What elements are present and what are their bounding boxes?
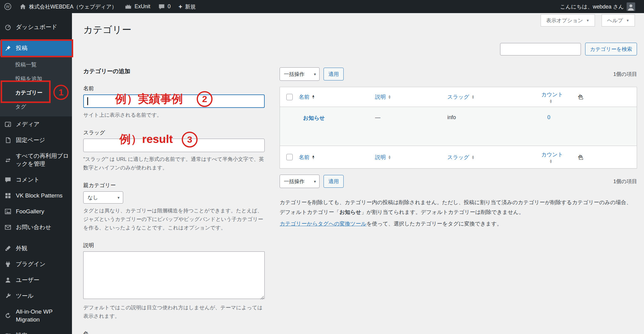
category-description-textarea[interactable] — [83, 251, 265, 299]
avatar — [627, 2, 635, 11]
column-footer-name[interactable]: 名前 ▲▼ — [299, 154, 375, 161]
sidebar-item-pages[interactable]: 固定ページ — [0, 132, 72, 148]
sidebar-item-users[interactable]: ユーザー — [0, 272, 72, 288]
submenu-item-tags[interactable]: タグ — [0, 100, 72, 114]
sidebar-item-plugins[interactable]: プラグイン — [0, 256, 72, 272]
sidebar-label-media: メディア — [16, 120, 40, 128]
pushpin-icon — [4, 45, 12, 52]
sidebar-label-comments: コメント — [16, 176, 40, 184]
search-input[interactable] — [500, 43, 581, 55]
column-label-name: 名前 — [299, 93, 309, 101]
sidebar-item-contact[interactable]: お問い合わせ — [0, 219, 72, 235]
category-to-tag-converter-link[interactable]: カテゴリーからタグへの変換ツール — [280, 221, 367, 227]
sort-arrows-icon: ▲▼ — [549, 159, 553, 163]
description-label: 説明 — [83, 242, 265, 249]
column-header-color: 色 — [574, 93, 637, 101]
description-help-text: デフォルトではこの説明は目立つ使われ方はしませんが、テーマによっては表示されます… — [83, 304, 265, 321]
bulk-action-select[interactable]: 一括操作 ▾ — [280, 67, 320, 81]
comments-menu[interactable]: 0 — [154, 0, 175, 13]
sidebar-item-dashboard[interactable]: ダッシュボード — [0, 19, 72, 35]
sliders-icon — [4, 332, 12, 334]
sidebar-label-users: ユーザー — [16, 276, 39, 284]
screen-options-button[interactable]: 表示オプション ▼ — [541, 14, 595, 27]
sidebar-item-migration[interactable]: All-in-One WP Migration — [0, 304, 72, 328]
categories-table: 名前 ▲▼ 説明 ▲▼ スラッグ ▲▼ カウント ▲▼ 色 — [280, 87, 637, 169]
column-header-description[interactable]: 説明 ▲▼ — [375, 93, 447, 101]
column-label-count: カウント — [541, 151, 563, 158]
column-header-name[interactable]: 名前 ▲▼ — [299, 93, 375, 101]
column-footer-count[interactable]: カウント ▲▼ — [537, 151, 574, 163]
exunit-menu[interactable]: ExUnit — [121, 0, 154, 13]
help-button[interactable]: ヘルプ ▼ — [602, 14, 635, 27]
apply-button[interactable]: 適用 — [324, 68, 344, 80]
apply-button-bottom[interactable]: 適用 — [324, 175, 344, 188]
column-footer-slug[interactable]: スラッグ ▲▼ — [447, 154, 537, 161]
chevron-down-icon: ▼ — [586, 19, 589, 22]
select-all-checkbox[interactable] — [286, 94, 293, 100]
submenu-item-add-post[interactable]: 投稿を追加 — [0, 72, 72, 86]
category-slug-input[interactable] — [83, 139, 265, 152]
submenu-item-categories[interactable]: カテゴリー — [0, 86, 72, 100]
text-cursor — [87, 97, 88, 105]
comment-count: 0 — [168, 3, 171, 10]
new-content-menu[interactable]: + 新規 — [175, 0, 200, 13]
slug-help-text: "スラッグ" は URL に適した形式の名前です。通常はすべて半角小文字で、英数… — [83, 155, 265, 172]
page-title: カテゴリー — [83, 23, 131, 36]
column-footer-color: 色 — [574, 154, 637, 161]
sidebar-item-tools[interactable]: ツール — [0, 288, 72, 304]
category-description-value: — — [375, 107, 447, 121]
search-categories-button[interactable]: カテゴリーを検索 — [585, 43, 637, 55]
select-all-checkbox[interactable] — [286, 154, 293, 160]
envelope-icon — [4, 224, 12, 231]
new-label: 新規 — [185, 3, 196, 10]
site-name-menu[interactable]: 株式会社WEBDEA（ウェブディア） — [16, 0, 121, 13]
bulk-action-select-bottom[interactable]: 一括操作 ▾ — [280, 175, 320, 188]
column-label-description: 説明 — [375, 154, 386, 161]
column-header-count[interactable]: カウント ▲▼ — [537, 91, 574, 103]
plug-icon — [4, 261, 12, 268]
site-name: 株式会社WEBDEA（ウェブディア） — [29, 3, 117, 10]
sidebar-label-plugins: プラグイン — [16, 260, 45, 268]
admin-sidebar: ダッシュボード 投稿 投稿一覧 投稿を追加 カテゴリー タグ メディア 固定ペー… — [0, 13, 72, 334]
sort-arrows-icon: ▲▼ — [549, 99, 553, 103]
account-menu[interactable]: こんにちは、webdea さん — [556, 2, 639, 11]
sidebar-item-comments[interactable]: コメント — [0, 172, 72, 188]
sort-arrows-icon: ▲▼ — [471, 155, 475, 159]
parent-category-value: なし — [88, 194, 98, 201]
item-count-bottom: 1個の項目 — [613, 178, 637, 185]
column-header-slug[interactable]: スラッグ ▲▼ — [447, 93, 537, 101]
help-label: ヘルプ — [607, 17, 623, 24]
name-help-text: サイト上に表示される名前です。 — [83, 111, 265, 119]
column-label-slug: スラッグ — [447, 154, 469, 161]
delete-note-part2: 」が割り当てられます。デフォルトカテゴリーは削除できません。 — [361, 209, 524, 215]
chevron-down-icon: ▾ — [117, 195, 120, 200]
column-label-slug: スラッグ — [447, 93, 469, 101]
sidebar-item-appearance[interactable]: 外観 — [0, 240, 72, 256]
resize-grip-icon[interactable] — [260, 295, 264, 299]
sort-arrows-icon: ▲▼ — [471, 95, 475, 99]
category-name-link[interactable]: お知らせ — [299, 107, 375, 122]
delete-note-bold: お知らせ — [339, 209, 361, 215]
sidebar-label-migration: All-in-One WP Migration — [16, 308, 69, 324]
sidebar-item-vk-block-patterns[interactable]: VK Block Patterns — [0, 188, 72, 204]
category-name-input[interactable] — [83, 94, 265, 108]
repeat-arrows-icon — [4, 157, 12, 163]
wordpress-logo-icon: W — [4, 3, 12, 10]
comment-bubble-icon — [4, 176, 12, 183]
sidebar-item-settings[interactable]: 設定 — [0, 328, 72, 334]
parent-help-text: タグとは異なり、カテゴリーは階層構造を持つことができます。たとえば、ジャズという… — [83, 207, 265, 232]
parent-category-select[interactable]: なし ▾ — [83, 191, 123, 204]
sidebar-item-posts[interactable]: 投稿 — [0, 40, 72, 56]
sidebar-item-foogallery[interactable]: FooGallery — [0, 204, 72, 219]
wp-logo-menu[interactable]: W — [0, 0, 16, 13]
submenu-label-tags: タグ — [15, 104, 26, 110]
sidebar-label-vk-block-patterns: VK Block Patterns — [16, 192, 63, 200]
category-count-link[interactable]: 0 — [537, 107, 574, 121]
sidebar-item-media[interactable]: メディア — [0, 116, 72, 132]
submenu-label-all-posts: 投稿一覧 — [15, 62, 37, 68]
sidebar-item-reusable-blocks[interactable]: すべての再利用ブロックを管理 — [0, 148, 72, 172]
submenu-item-all-posts[interactable]: 投稿一覧 — [0, 58, 72, 72]
chevron-down-icon: ▾ — [314, 72, 316, 76]
column-footer-description[interactable]: 説明 ▲▼ — [375, 154, 447, 161]
name-label: 名前 — [83, 85, 265, 92]
